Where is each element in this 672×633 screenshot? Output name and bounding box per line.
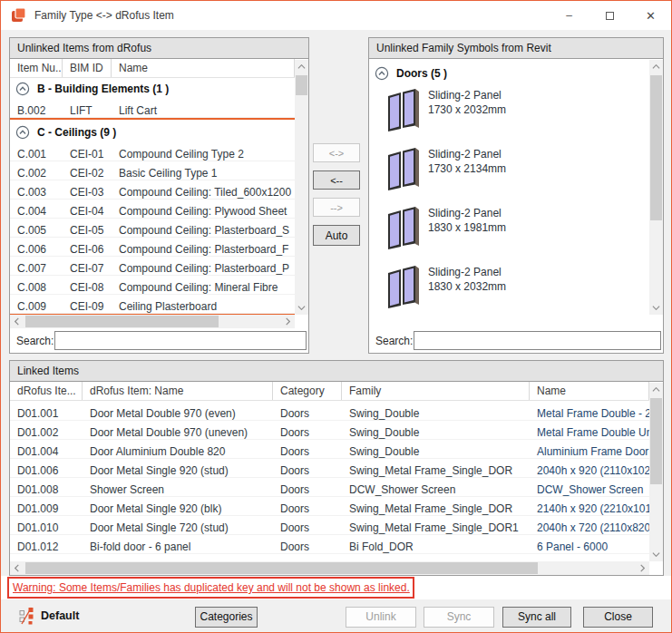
search-row: Search: (10, 328, 308, 353)
table-row[interactable]: D01.014 Bi-fold door - 4 panel Doors Bi … (10, 554, 649, 561)
door-symbol-icon (385, 87, 422, 137)
category-separator (10, 118, 295, 120)
table-row[interactable]: C.001 CEI-01 Compound Ceiling Type 2 (10, 142, 295, 161)
title-bar[interactable]: Family Type <-> dRofus Item – ✕ (1, 1, 671, 30)
table-row[interactable]: D01.002 Door Metal Double 970 (uneven) D… (10, 421, 649, 440)
unlinked-items-panel: Unlinked Items from dRofus Item Nu... BI… (9, 37, 309, 354)
table-row[interactable]: C.008 CEI-08 Compound Ceiling: Mineral F… (10, 276, 295, 295)
categories-button[interactable]: Categories (195, 607, 258, 628)
table-row[interactable]: D01.010 Door Metal Single 720 (stud) Doo… (10, 516, 649, 535)
table-row[interactable]: B.002 LIFT Lift Cart (10, 99, 295, 118)
collapse-group-icon[interactable] (15, 82, 30, 96)
close-icon: ✕ (646, 9, 656, 23)
link-right-button[interactable]: --> (313, 198, 360, 217)
app-icon (11, 7, 27, 26)
list-item[interactable]: Sliding-2 Panel 1830 x 1981mm (369, 203, 649, 262)
auto-link-button[interactable]: Auto (313, 225, 360, 246)
link-both-button[interactable]: <-> (313, 143, 360, 162)
window-controls: – ✕ (549, 1, 671, 30)
scroll-left-icon[interactable] (10, 315, 24, 328)
scrollbar-thumb[interactable] (650, 75, 662, 220)
column-bim-id[interactable]: BIM ID (63, 59, 112, 77)
scroll-up-icon[interactable] (649, 383, 663, 396)
linked-items-title: Linked Items (10, 361, 663, 382)
column-name[interactable]: Name (112, 59, 295, 77)
vertical-scrollbar[interactable] (649, 383, 663, 561)
sync-all-button[interactable]: Sync all (502, 607, 571, 628)
column-drofus-item-name[interactable]: dRofus Item: Name (83, 382, 273, 400)
table-row[interactable]: D01.001 Door Metal Double 970 (even) Doo… (10, 402, 649, 421)
unlink-button[interactable]: Unlink (346, 607, 416, 628)
table-row[interactable]: D01.008 Shower Screen Doors DCW_Shower S… (10, 478, 649, 497)
vertical-scrollbar[interactable] (295, 60, 308, 315)
table-row[interactable]: D01.004 Door Aluminium Double 820 Doors … (10, 440, 649, 459)
column-name[interactable]: Name (530, 382, 649, 400)
door-symbol-icon (385, 205, 422, 255)
scrollbar-thumb[interactable] (650, 398, 662, 484)
scroll-up-icon[interactable] (295, 60, 308, 73)
list-item[interactable]: Sliding-2 Panel 1730 x 2134mm (369, 144, 649, 203)
search-row: Search: (369, 328, 663, 353)
table-row[interactable]: D01.009 Door Metal Single 920 (blk) Door… (10, 497, 649, 516)
window-title: Family Type <-> dRofus Item (34, 9, 174, 22)
horizontal-scrollbar[interactable] (10, 315, 295, 328)
table-row[interactable]: C.004 CEI-04 Compound Ceiling: Plywood S… (10, 200, 295, 219)
scrollbar-thumb[interactable] (25, 316, 219, 327)
scroll-up-icon[interactable] (649, 60, 663, 73)
sync-button[interactable]: Sync (424, 607, 494, 628)
minimize-button[interactable]: – (549, 1, 589, 30)
drofus-logo-icon (19, 607, 34, 625)
footer-bar: Default Categories Unlink Sync Sync all … (1, 599, 671, 632)
linked-items-list: D01.001 Door Metal Double 970 (even) Doo… (10, 402, 649, 561)
scrollbar-thumb[interactable] (25, 562, 538, 574)
search-label: Search: (16, 335, 54, 347)
unlinked-family-symbols-title: Unlinked Family Symbols from Revit (369, 38, 663, 59)
group-ceilings[interactable]: C - Ceilings (9 ) (10, 122, 295, 142)
collapse-group-icon[interactable] (15, 125, 30, 140)
scrollbar-thumb[interactable] (296, 75, 307, 95)
column-item-number[interactable]: Item Nu... (10, 59, 63, 77)
table-row[interactable]: D01.012 Bi-fold door - 6 panel Doors Bi … (10, 535, 649, 554)
unlinked-items-list: B - Building Elements (1 ) B.002 LIFT Li… (10, 79, 295, 315)
scroll-right-icon[interactable] (636, 561, 649, 575)
profile-selector[interactable]: Default (19, 607, 79, 625)
table-row[interactable]: C.005 CEI-05 Compound Ceiling: Plasterbo… (10, 219, 295, 238)
table-row[interactable]: C.002 CEI-02 Basic Ceiling Type 1 (10, 161, 295, 180)
unlinked-items-column-header: Item Nu... BIM ID Name (10, 59, 295, 78)
group-doors[interactable]: Doors (5 ) (369, 62, 649, 85)
scroll-down-icon[interactable] (295, 301, 308, 315)
search-label: Search: (375, 335, 413, 347)
close-button[interactable]: Close (583, 607, 653, 628)
family-symbols-list: Doors (5 ) Sliding-2 Panel 1730 x 2032mm (369, 60, 649, 315)
column-family[interactable]: Family (342, 382, 530, 400)
horizontal-scrollbar[interactable] (10, 561, 649, 575)
unlinked-items-panel-title: Unlinked Items from dRofus (10, 38, 308, 59)
collapse-group-icon[interactable] (375, 66, 389, 81)
profile-name: Default (41, 609, 79, 622)
table-row[interactable]: C.007 CEI-07 Compound Ceiling: Plasterbo… (10, 257, 295, 276)
linked-items-column-header: dRofus Ite... dRofus Item: Name Category… (10, 382, 649, 401)
scroll-right-icon[interactable] (281, 315, 295, 328)
scroll-down-icon[interactable] (649, 301, 663, 315)
maximize-icon (606, 12, 614, 20)
dialog-window: Family Type <-> dRofus Item – ✕ Unlinked… (0, 0, 672, 633)
group-building-elements[interactable]: B - Building Elements (1 ) (10, 79, 295, 99)
list-item[interactable]: Sliding-2 Panel 1730 x 2032mm (369, 85, 649, 144)
link-left-button[interactable]: <-- (313, 170, 360, 190)
table-row[interactable]: C.003 CEI-03 Compound Ceiling: Tiled_600… (10, 180, 295, 200)
list-item[interactable]: Sliding-2 Panel 1830 x 2032mm (369, 262, 649, 315)
scroll-down-icon[interactable] (649, 548, 663, 561)
maximize-button[interactable] (589, 1, 630, 30)
search-input[interactable] (414, 331, 661, 350)
scroll-left-icon[interactable] (10, 561, 24, 575)
table-row[interactable]: C.009 CEI-09 Ceiling Plasterboard (10, 295, 295, 314)
column-category[interactable]: Category (273, 382, 342, 400)
warning-text: Warning: Some Items/Families has duplica… (13, 581, 410, 594)
table-row[interactable]: C.006 CEI-06 Compound Ceiling: Plasterbo… (10, 238, 295, 257)
vertical-scrollbar[interactable] (649, 60, 663, 315)
linked-items-panel: Linked Items dRofus Ite... dRofus Item: … (9, 360, 664, 576)
column-drofus-item[interactable]: dRofus Ite... (10, 382, 83, 400)
close-window-button[interactable]: ✕ (630, 1, 671, 30)
search-input[interactable] (54, 331, 307, 350)
table-row[interactable]: D01.006 Door Metal Single 920 (stud) Doo… (10, 459, 649, 478)
